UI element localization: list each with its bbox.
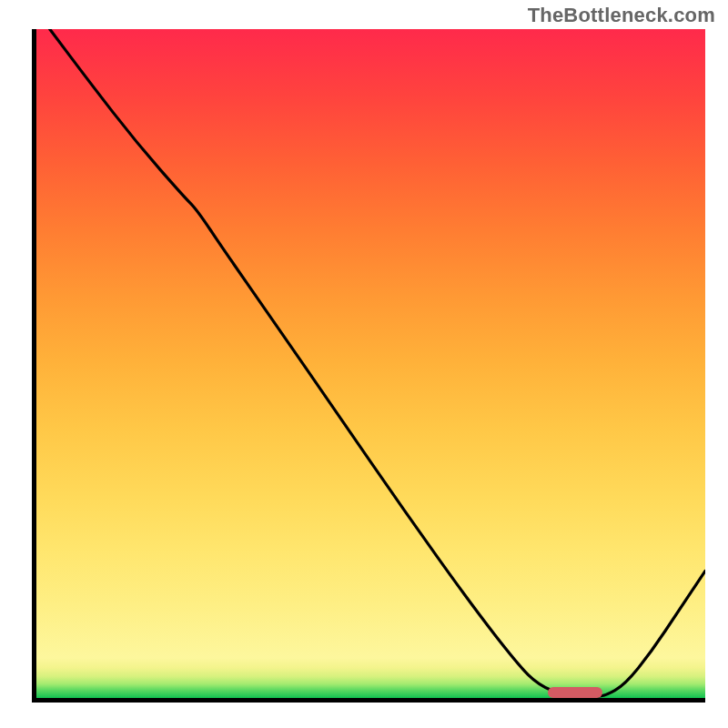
watermark-text: TheBottleneck.com [528, 4, 715, 27]
curve-layer [36, 29, 705, 698]
bottleneck-curve-line [50, 29, 705, 696]
plot-area [32, 29, 705, 703]
bottleneck-chart: TheBottleneck.com [0, 0, 728, 728]
optimal-zone-marker [548, 687, 602, 698]
